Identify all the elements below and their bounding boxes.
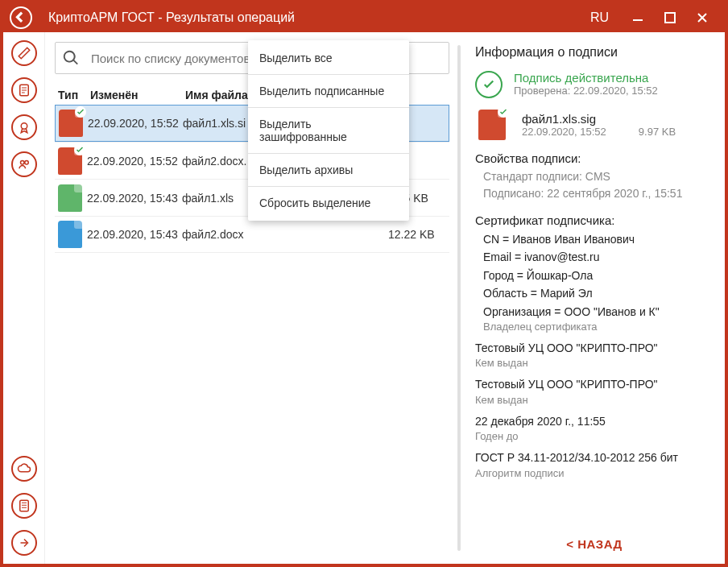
app-logo-icon <box>10 6 32 29</box>
cell-date: 22.09.2020, 15:52 <box>87 155 182 168</box>
menu-select-archives[interactable]: Выделить архивы <box>248 155 409 184</box>
sig-std: Стандарт подписи: CMS <box>483 168 714 185</box>
cert-ca1: Тестовый УЦ ООО "КРИПТО-ПРО" <box>475 339 714 357</box>
cert-ca2: Тестовый УЦ ООО "КРИПТО-ПРО" <box>475 375 714 393</box>
svg-point-3 <box>21 123 27 130</box>
signature-info-panel: Информация о подписи Подпись действитель… <box>461 32 725 564</box>
svg-rect-0 <box>633 19 643 21</box>
sidebar-cloud-icon[interactable] <box>11 456 37 482</box>
sig-signed: Подписано: 22 сентября 2020 г., 15:51 <box>483 185 714 202</box>
cell-size: 12.22 KB <box>388 228 449 241</box>
signature-checked-label: Проверена: 22.09.2020, 15:52 <box>514 85 658 97</box>
file-xls-icon <box>58 184 82 212</box>
app-window: КриптоАРМ ГОСТ - Результаты операций RU <box>0 0 728 567</box>
minimize-button[interactable] <box>622 3 654 32</box>
menu-clear-selection[interactable]: Сбросить выделение <box>248 188 409 217</box>
titlebar: КриптоАРМ ГОСТ - Результаты операций RU <box>3 3 725 32</box>
menu-select-encrypted[interactable]: Выделить зашифрованные <box>248 110 409 151</box>
cell-date: 22.09.2020, 15:43 <box>87 192 182 205</box>
cert-email: Email = ivanov@test.ru <box>483 248 714 266</box>
language-selector[interactable]: RU <box>590 10 609 25</box>
sidebar-exit-icon[interactable] <box>11 530 37 556</box>
svg-rect-6 <box>19 500 28 511</box>
cert-valid-label: Годен до <box>475 430 714 442</box>
info-scroll: Подпись действительна Проверена: 22.09.2… <box>475 71 714 526</box>
cert-city: Город = Йошкар-Ола <box>483 267 714 284</box>
menu-separator <box>248 186 409 187</box>
sidebar-cert-icon[interactable] <box>11 114 37 140</box>
sidebar <box>3 32 45 564</box>
window-title: КриптоАРМ ГОСТ - Результаты операций <box>48 10 590 25</box>
sidebar-contacts-icon[interactable] <box>11 151 37 177</box>
file-docx-icon <box>58 221 82 248</box>
file-sig-icon <box>59 110 83 137</box>
cell-date: 22.09.2020, 15:52 <box>88 117 183 130</box>
svg-rect-1 <box>665 13 675 23</box>
col-type[interactable]: Тип <box>55 89 90 101</box>
svg-point-4 <box>20 161 24 165</box>
cert-issued1: Кем выдан <box>475 357 714 369</box>
sig-props-title: Свойства подписи: <box>475 151 714 165</box>
back-button[interactable]: < НАЗАД <box>475 526 714 557</box>
cert-alg: ГОСТ Р 34.11-2012/34.10-2012 256 бит <box>475 449 714 466</box>
col-date[interactable]: Изменён <box>90 89 185 101</box>
menu-separator <box>248 153 409 154</box>
cert-alg-label: Алгоритм подписи <box>475 467 714 479</box>
check-icon <box>475 71 503 98</box>
content: Тип Изменён Имя файла 22.09.2020, 15:52 … <box>45 32 725 564</box>
info-title: Информация о подписи <box>475 45 714 61</box>
file-sig-icon <box>478 110 506 140</box>
maximize-button[interactable] <box>654 3 686 32</box>
cell-date: 22.09.2020, 15:43 <box>87 228 182 241</box>
cert-valid-until: 22 декабря 2020 г., 11:55 <box>475 412 714 430</box>
menu-separator <box>248 107 409 108</box>
context-menu: Выделить все Выделить подписанные Выдели… <box>248 40 409 221</box>
signed-file-name: файл1.xls.sig <box>522 112 676 126</box>
menu-select-all[interactable]: Выделить все <box>248 43 409 72</box>
search-icon <box>62 49 80 67</box>
table-row[interactable]: 22.09.2020, 15:43 файл2.docx 12.22 KB <box>55 216 449 253</box>
main-area: Тип Изменён Имя файла 22.09.2020, 15:52 … <box>3 32 725 564</box>
sidebar-settings-icon[interactable] <box>11 493 37 519</box>
signature-status: Подпись действительна Проверена: 22.09.2… <box>475 71 714 98</box>
sidebar-docs-icon[interactable] <box>11 77 37 103</box>
cert-title: Сертификат подписчика: <box>475 213 714 227</box>
cert-issued2: Кем выдан <box>475 394 714 406</box>
close-button[interactable] <box>686 3 718 32</box>
cert-org: Организация = ООО "Иванов и К" <box>483 303 714 321</box>
cert-region: Область = Марий Эл <box>483 284 714 302</box>
svg-point-5 <box>24 161 28 165</box>
file-list-panel: Тип Изменён Имя файла 22.09.2020, 15:52 … <box>45 32 457 564</box>
file-sig-icon <box>58 147 82 175</box>
signed-file-row: файл1.xls.sig 22.09.2020, 15:52 9.97 KB <box>475 110 714 140</box>
signature-valid-label: Подпись действительна <box>514 71 658 85</box>
cert-owner-label: Владелец сертификата <box>483 321 714 333</box>
menu-select-signed[interactable]: Выделить подписанные <box>248 77 409 106</box>
menu-separator <box>248 74 409 75</box>
sidebar-sign-icon[interactable] <box>11 40 37 66</box>
cell-name: файл2.docx <box>182 228 388 241</box>
cert-cn: CN = Иванов Иван Иванович <box>483 230 714 248</box>
signed-file-size: 9.97 KB <box>639 126 676 138</box>
signed-file-date: 22.09.2020, 15:52 <box>522 126 606 138</box>
